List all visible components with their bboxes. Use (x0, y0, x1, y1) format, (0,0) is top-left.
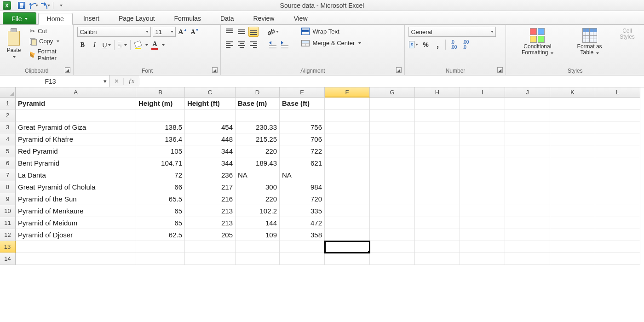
cell-K2[interactable] (550, 109, 595, 121)
align-right-button[interactable] (248, 40, 259, 50)
cell-A6[interactable]: Bent Pyramid (16, 157, 136, 169)
cell-E11[interactable]: 472 (280, 217, 325, 229)
cell-C12[interactable]: 205 (185, 229, 236, 241)
cell-I10[interactable] (460, 205, 505, 217)
cell-H1[interactable] (415, 98, 460, 109)
cell-I14[interactable] (460, 253, 505, 265)
cell-F1[interactable] (325, 98, 370, 109)
cell-C11[interactable]: 213 (185, 217, 236, 229)
clipboard-dialog-launcher[interactable]: ◢ (65, 67, 70, 73)
cell-F6[interactable] (325, 157, 370, 169)
cell-I2[interactable] (460, 109, 505, 121)
tab-formulas[interactable]: Formulas (166, 12, 210, 24)
cell-E5[interactable]: 722 (280, 145, 325, 157)
column-header-G[interactable]: G (370, 87, 415, 98)
row-header-7[interactable]: 7 (0, 169, 16, 181)
column-header-L[interactable]: L (595, 87, 640, 98)
column-header-C[interactable]: C (185, 87, 236, 98)
cell-C9[interactable]: 216 (185, 193, 236, 205)
cell-J5[interactable] (505, 145, 550, 157)
cell-A4[interactable]: Pyramid of Khafre (16, 133, 136, 145)
align-center-button[interactable] (236, 40, 247, 50)
number-format-dropdown[interactable]: General (408, 27, 496, 37)
comma-format-button[interactable]: , (432, 40, 443, 50)
column-header-F[interactable]: F (325, 87, 370, 98)
cell-J11[interactable] (505, 217, 550, 229)
cell-B14[interactable] (136, 253, 185, 265)
row-header-9[interactable]: 9 (0, 193, 16, 205)
cell-I9[interactable] (460, 193, 505, 205)
cell-C8[interactable]: 217 (185, 181, 236, 193)
name-box[interactable]: ▾ (0, 75, 109, 87)
cell-A1[interactable]: Pyramid (16, 98, 136, 109)
paste-button[interactable]: Paste (4, 27, 24, 61)
cell-I3[interactable] (460, 121, 505, 133)
cell-G8[interactable] (370, 181, 415, 193)
cell-B2[interactable] (136, 109, 185, 121)
cell-B13[interactable] (136, 241, 185, 253)
copy-button[interactable]: Copy (28, 37, 69, 46)
cell-K9[interactable] (550, 193, 595, 205)
cell-E3[interactable]: 756 (280, 121, 325, 133)
cell-K1[interactable] (550, 98, 595, 109)
cell-L13[interactable] (595, 241, 640, 253)
cell-D9[interactable]: 220 (236, 193, 280, 205)
chevron-down-icon[interactable] (162, 44, 165, 46)
cell-A11[interactable]: Pyramid of Meidum (16, 217, 136, 229)
font-name-dropdown[interactable]: Calibri (77, 27, 151, 37)
format-painter-button[interactable]: Format Painter (28, 47, 69, 63)
cell-C4[interactable]: 448 (185, 133, 236, 145)
row-header-14[interactable]: 14 (0, 253, 16, 265)
cell-A8[interactable]: Great Pyramid of Cholula (16, 181, 136, 193)
cell-C5[interactable]: 344 (185, 145, 236, 157)
cell-D8[interactable]: 300 (236, 181, 280, 193)
cell-styles-button[interactable]: Cell Styles (614, 27, 640, 41)
cell-A9[interactable]: Pyramid of the Sun (16, 193, 136, 205)
cell-D3[interactable]: 230.33 (236, 121, 280, 133)
cell-E10[interactable]: 335 (280, 205, 325, 217)
column-header-A[interactable]: A (16, 87, 136, 98)
name-box-input[interactable] (0, 78, 101, 85)
tab-insert[interactable]: Insert (75, 12, 108, 24)
cell-C3[interactable]: 454 (185, 121, 236, 133)
column-header-I[interactable]: I (460, 87, 505, 98)
cell-K4[interactable] (550, 133, 595, 145)
conditional-formatting-button[interactable]: Conditional Formatting (510, 27, 565, 57)
cell-B12[interactable]: 62.5 (136, 229, 185, 241)
tab-view[interactable]: View (285, 12, 316, 24)
cell-H14[interactable] (415, 253, 460, 265)
cell-J1[interactable] (505, 98, 550, 109)
align-left-button[interactable] (224, 40, 235, 50)
cell-L4[interactable] (595, 133, 640, 145)
cell-H9[interactable] (415, 193, 460, 205)
cell-F10[interactable] (325, 205, 370, 217)
save-button[interactable] (17, 1, 26, 10)
cell-H13[interactable] (415, 241, 460, 253)
cell-K7[interactable] (550, 169, 595, 181)
decrease-decimal-button[interactable]: .00.0 (460, 40, 471, 50)
underline-button[interactable]: U (101, 40, 111, 50)
cell-L9[interactable] (595, 193, 640, 205)
font-color-button[interactable]: A (150, 40, 159, 51)
row-header-11[interactable]: 11 (0, 217, 16, 229)
cell-B4[interactable]: 136.4 (136, 133, 185, 145)
cell-F2[interactable] (325, 109, 370, 121)
fill-color-button[interactable] (133, 40, 143, 50)
row-header-2[interactable]: 2 (0, 109, 16, 121)
name-box-dropdown[interactable]: ▾ (101, 78, 109, 85)
cell-L3[interactable] (595, 121, 640, 133)
cell-F3[interactable] (325, 121, 370, 133)
cell-L8[interactable] (595, 181, 640, 193)
column-header-K[interactable]: K (550, 87, 595, 98)
cell-E9[interactable]: 720 (280, 193, 325, 205)
cell-B3[interactable]: 138.5 (136, 121, 185, 133)
cell-L10[interactable] (595, 205, 640, 217)
cell-H8[interactable] (415, 181, 460, 193)
cell-A12[interactable]: Pyramid of Djoser (16, 229, 136, 241)
cell-F4[interactable] (325, 133, 370, 145)
cell-B5[interactable]: 105 (136, 145, 185, 157)
cell-D11[interactable]: 144 (236, 217, 280, 229)
cell-D7[interactable]: NA (236, 169, 280, 181)
bold-button[interactable]: B (77, 40, 87, 50)
cell-G11[interactable] (370, 217, 415, 229)
